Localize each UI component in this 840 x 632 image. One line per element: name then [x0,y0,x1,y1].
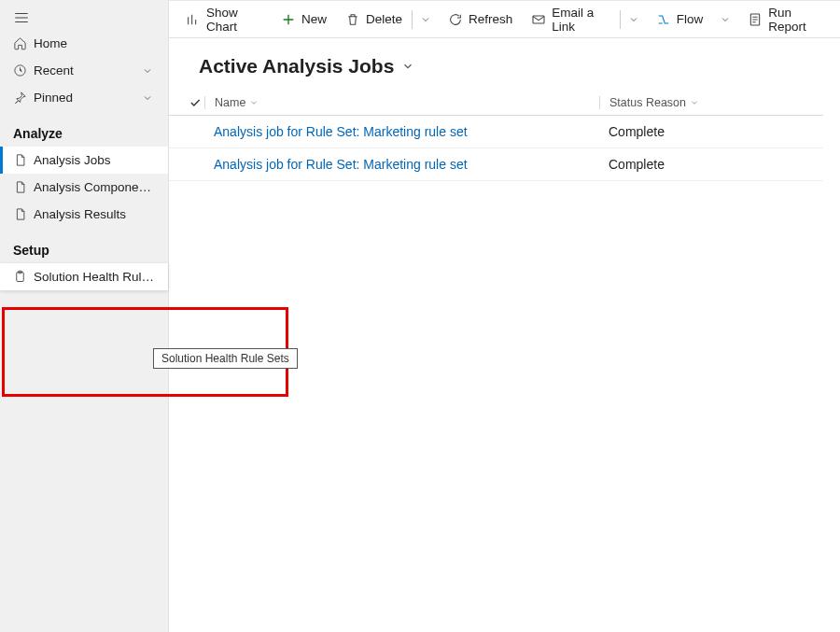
chevron-down-icon [626,14,641,25]
chevron-down-icon [690,98,699,107]
column-status-label: Status Reason [609,96,686,109]
row-status: Complete [599,157,823,172]
check-icon [189,96,202,109]
cmd-delete-label: Delete [366,12,402,26]
pin-icon [13,91,34,105]
section-analyze: Analyze [0,111,168,147]
nav-solution-health-label: Solution Health Rule ... [34,270,155,284]
nav-analysis-jobs[interactable]: Analysis Jobs [0,147,168,174]
cmd-new-label: New [301,12,327,26]
main-area: Show Chart New Delete Refresh Email a Li… [169,0,840,632]
nav-home[interactable]: Home [0,30,168,57]
chevron-down-icon [249,98,259,107]
section-setup: Setup [0,228,168,263]
document-icon [13,153,34,167]
nav-solution-health[interactable]: Solution Health Rule ... [0,263,168,290]
cmd-refresh-label: Refresh [469,12,512,26]
table-row[interactable]: Analysis job for Rule Set: Marketing rul… [169,148,823,181]
row-name-link[interactable]: Analysis job for Rule Set: Marketing rul… [214,124,468,139]
document-icon [13,207,34,221]
chart-icon [186,12,201,27]
report-icon [748,12,763,27]
nav-analysis-results[interactable]: Analysis Results [0,201,168,228]
nav-pinned[interactable]: Pinned [0,84,168,111]
cmd-email-link-label: Email a Link [552,6,610,34]
view-title: Active Analysis Jobs [199,55,394,77]
hamburger-button[interactable] [0,0,168,30]
tooltip: Solution Health Rule Sets [153,348,298,369]
hamburger-icon [13,9,30,26]
row-name-link[interactable]: Analysis job for Rule Set: Marketing rul… [214,157,468,172]
cmd-refresh[interactable]: Refresh [439,1,522,37]
column-name[interactable]: Name [204,96,599,109]
nav-pinned-label: Pinned [34,91,142,105]
cmd-flow-dropdown[interactable] [712,1,738,37]
command-bar: Show Chart New Delete Refresh Email a Li… [169,1,840,38]
cmd-email-link-dropdown[interactable] [621,1,647,37]
document-icon [13,180,34,194]
cmd-new[interactable]: New [272,1,336,37]
cmd-email-link[interactable]: Email a Link [522,1,620,37]
cmd-show-chart-label: Show Chart [206,6,262,34]
grid-header: Name Status Reason [169,91,823,116]
view-selector[interactable]: Active Analysis Jobs [169,38,840,83]
nav-analysis-components[interactable]: Analysis Components [0,174,168,201]
svg-rect-3 [533,16,544,23]
nav-recent-label: Recent [34,63,142,77]
chevron-down-icon [142,65,155,77]
clipboard-icon [13,270,34,284]
sidebar: Home Recent Pinned Analyze Analy [0,0,169,632]
select-all[interactable] [186,96,204,109]
cmd-run-report[interactable]: Run Report [738,1,833,37]
column-name-label: Name [215,96,245,109]
chevron-down-icon [418,14,433,25]
nav-recent[interactable]: Recent [0,57,168,84]
chevron-down-icon [401,60,414,73]
email-icon [531,12,546,27]
trash-icon [345,12,360,27]
cmd-delete-dropdown[interactable] [413,1,439,37]
nav-analysis-jobs-label: Analysis Jobs [34,153,155,167]
clock-icon [13,63,34,77]
nav-home-label: Home [34,36,155,50]
cmd-show-chart[interactable]: Show Chart [176,1,272,37]
data-grid: Name Status Reason Analysis job for Rule… [169,83,840,181]
chevron-down-icon [718,14,733,25]
flow-icon [656,12,671,27]
nav-analysis-results-label: Analysis Results [34,207,155,221]
plus-icon [281,12,296,27]
refresh-icon [448,12,463,27]
cmd-flow-label: Flow [677,12,704,26]
nav-analysis-components-label: Analysis Components [34,180,155,194]
cmd-flow[interactable]: Flow [647,1,713,37]
cmd-run-report-label: Run Report [768,6,823,34]
home-icon [13,36,34,50]
chevron-down-icon [142,92,155,104]
table-row[interactable]: Analysis job for Rule Set: Marketing rul… [169,116,823,148]
cmd-delete[interactable]: Delete [336,1,412,37]
column-status[interactable]: Status Reason [599,96,823,109]
row-status: Complete [599,124,823,139]
